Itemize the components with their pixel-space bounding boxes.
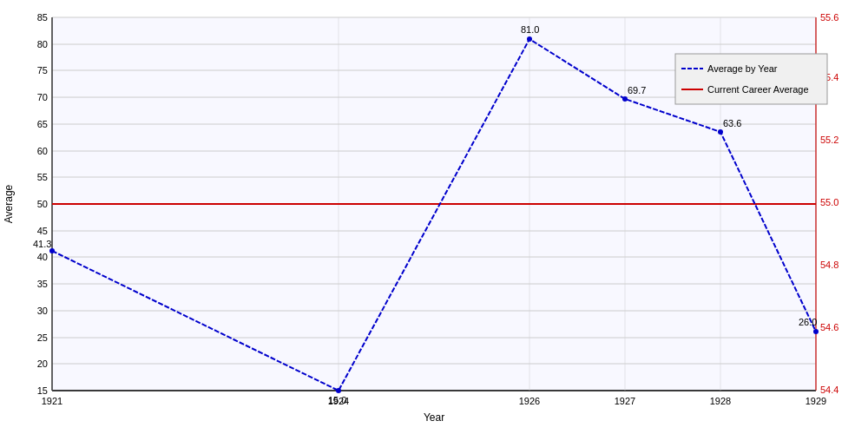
data-point-1928 <box>718 129 723 135</box>
left-y-axis-label: Average <box>3 184 15 223</box>
svg-text:45: 45 <box>37 226 48 236</box>
svg-text:20: 20 <box>37 358 48 369</box>
legend-label-blue: Average by Year <box>707 63 778 74</box>
svg-text:63.6: 63.6 <box>723 118 741 128</box>
svg-text:65: 65 <box>37 119 48 129</box>
data-point-1929 <box>813 329 819 334</box>
svg-text:1921: 1921 <box>42 396 62 406</box>
svg-text:25: 25 <box>37 332 48 343</box>
svg-text:54.8: 54.8 <box>820 260 838 270</box>
data-point-1924 <box>336 388 341 393</box>
svg-text:26.0: 26.0 <box>799 317 817 327</box>
svg-text:1926: 1926 <box>519 396 540 406</box>
svg-text:60: 60 <box>37 146 48 156</box>
svg-text:69.7: 69.7 <box>628 85 646 95</box>
x-axis-label: Year <box>424 411 444 424</box>
svg-text:55.0: 55.0 <box>820 197 838 207</box>
svg-text:54.4: 54.4 <box>820 385 838 395</box>
data-point-1927 <box>622 96 628 102</box>
svg-text:1928: 1928 <box>710 396 731 406</box>
svg-text:1929: 1929 <box>806 396 826 406</box>
svg-text:55.6: 55.6 <box>820 12 838 23</box>
svg-text:50: 50 <box>37 199 48 209</box>
svg-text:75: 75 <box>37 65 48 76</box>
svg-text:30: 30 <box>37 306 48 316</box>
chart-svg: 85 80 75 70 65 60 55 50 45 40 35 30 25 2… <box>0 0 868 434</box>
svg-text:80: 80 <box>37 39 48 49</box>
left-y-axis-labels: 85 80 75 70 65 60 55 50 45 40 35 30 25 2… <box>37 12 48 396</box>
svg-text:55.2: 55.2 <box>820 135 838 145</box>
legend-label-red: Current Career Average <box>707 84 809 95</box>
svg-text:81.0: 81.0 <box>521 24 539 35</box>
chart-container: 85 80 75 70 65 60 55 50 45 40 35 30 25 2… <box>0 0 868 434</box>
svg-text:85: 85 <box>37 12 48 23</box>
svg-text:15: 15 <box>37 385 48 396</box>
svg-text:70: 70 <box>37 92 48 102</box>
svg-text:54.6: 54.6 <box>820 322 838 332</box>
svg-text:41.3: 41.3 <box>33 239 51 249</box>
data-point-1926 <box>527 36 532 42</box>
svg-text:15.0: 15.0 <box>328 395 346 405</box>
svg-text:55: 55 <box>37 172 48 182</box>
svg-text:40: 40 <box>37 252 48 262</box>
legend-box <box>675 54 827 104</box>
svg-text:35: 35 <box>37 279 48 289</box>
svg-text:1927: 1927 <box>615 396 635 406</box>
